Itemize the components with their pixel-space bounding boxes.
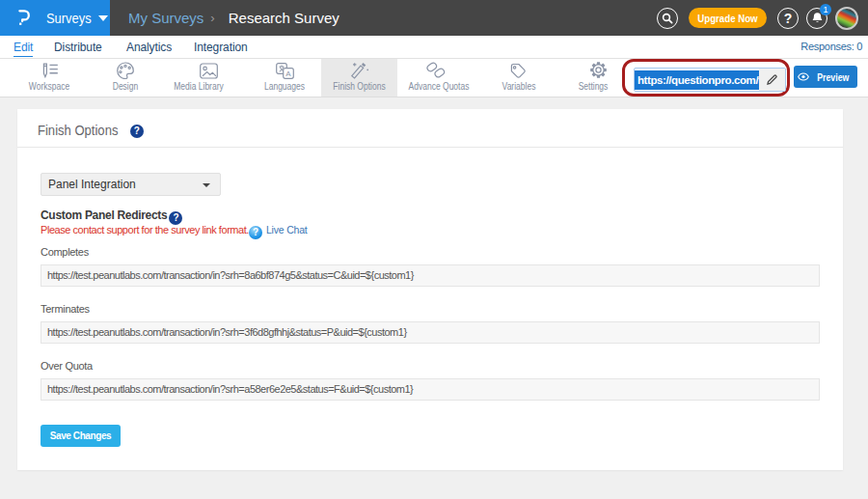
svg-text:A: A xyxy=(285,69,291,78)
